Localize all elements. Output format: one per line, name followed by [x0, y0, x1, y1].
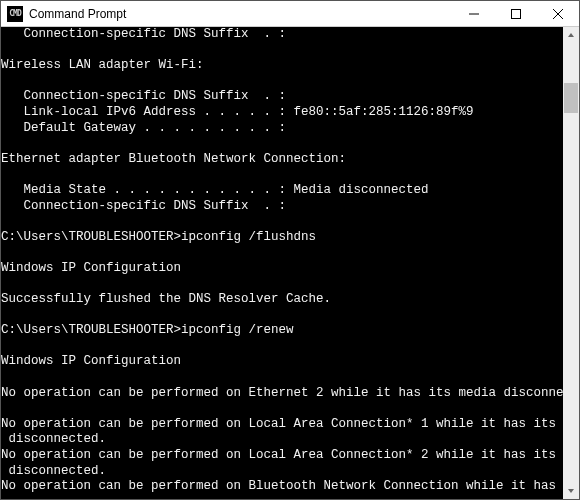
terminal-line: No operation can be performed on Local A… — [1, 448, 563, 464]
chevron-down-icon — [567, 487, 575, 495]
app-icon-label: CMD — [9, 9, 20, 18]
terminal-line: No operation can be performed on Etherne… — [1, 386, 563, 402]
terminal-line: disconnected. — [1, 464, 563, 480]
terminal-line — [1, 308, 563, 324]
maximize-icon — [511, 9, 521, 19]
terminal-line: C:\Users\TROUBLESHOOTER>ipconfig /renew — [1, 323, 563, 339]
terminal-line: disconnected. — [1, 432, 563, 448]
svg-rect-1 — [512, 9, 521, 18]
window-controls — [453, 1, 579, 26]
minimize-button[interactable] — [453, 1, 495, 26]
terminal-container: Connection-specific DNS Suffix . : Wirel… — [1, 27, 579, 499]
chevron-up-icon — [567, 31, 575, 39]
terminal-line — [1, 245, 563, 261]
terminal-line: Link-local IPv6 Address . . . . . : fe80… — [1, 105, 563, 121]
scroll-down-button[interactable] — [563, 483, 579, 499]
terminal-output[interactable]: Connection-specific DNS Suffix . : Wirel… — [1, 27, 563, 499]
terminal-line — [1, 74, 563, 90]
terminal-line — [1, 370, 563, 386]
terminal-line: Connection-specific DNS Suffix . : — [1, 199, 563, 215]
terminal-line — [1, 339, 563, 355]
titlebar[interactable]: CMD Command Prompt — [1, 1, 579, 27]
minimize-icon — [469, 9, 479, 19]
terminal-line: No operation can be performed on Local A… — [1, 417, 563, 433]
terminal-line: Ethernet adapter Bluetooth Network Conne… — [1, 152, 563, 168]
close-icon — [553, 9, 563, 19]
maximize-button[interactable] — [495, 1, 537, 26]
terminal-line: Successfully flushed the DNS Resolver Ca… — [1, 292, 563, 308]
terminal-line: Windows IP Configuration — [1, 261, 563, 277]
terminal-line — [1, 136, 563, 152]
app-icon: CMD — [7, 6, 23, 22]
vertical-scrollbar[interactable] — [563, 27, 579, 499]
terminal-line: Windows IP Configuration — [1, 354, 563, 370]
terminal-line: No operation can be performed on Bluetoo… — [1, 479, 563, 495]
close-button[interactable] — [537, 1, 579, 26]
scroll-up-button[interactable] — [563, 27, 579, 43]
terminal-line: Default Gateway . . . . . . . . . : — [1, 121, 563, 137]
scroll-thumb[interactable] — [564, 83, 578, 113]
terminal-line — [1, 277, 563, 293]
terminal-line: Connection-specific DNS Suffix . : — [1, 89, 563, 105]
terminal-line — [1, 401, 563, 417]
terminal-line — [1, 43, 563, 59]
terminal-line: C:\Users\TROUBLESHOOTER>ipconfig /flushd… — [1, 230, 563, 246]
terminal-line: Connection-specific DNS Suffix . : — [1, 27, 563, 43]
terminal-line — [1, 167, 563, 183]
command-prompt-window: CMD Command Prompt Connection-specific D… — [0, 0, 580, 500]
terminal-line: Media State . . . . . . . . . . . : Medi… — [1, 183, 563, 199]
terminal-line — [1, 214, 563, 230]
terminal-line: Wireless LAN adapter Wi-Fi: — [1, 58, 563, 74]
window-title: Command Prompt — [29, 7, 453, 21]
